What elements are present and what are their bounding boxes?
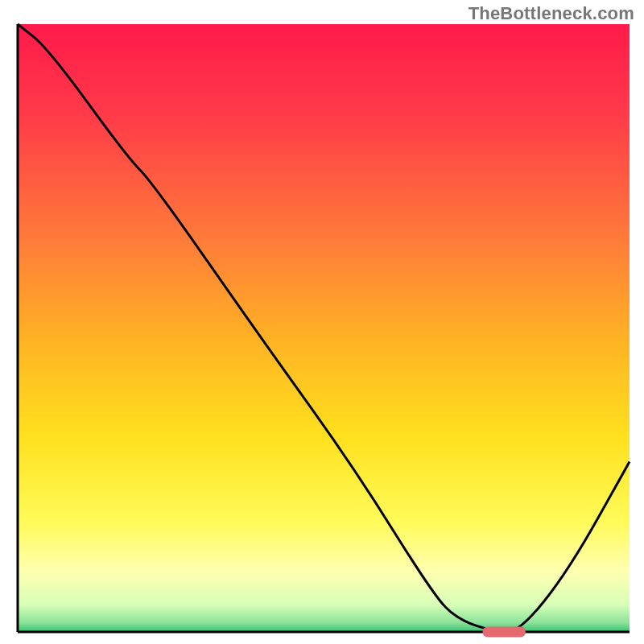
chart-canvas [0,0,644,644]
optimal-range-marker [483,627,526,638]
plot-gradient-background [18,24,630,632]
bottleneck-chart: TheBottleneck.com [0,0,644,644]
